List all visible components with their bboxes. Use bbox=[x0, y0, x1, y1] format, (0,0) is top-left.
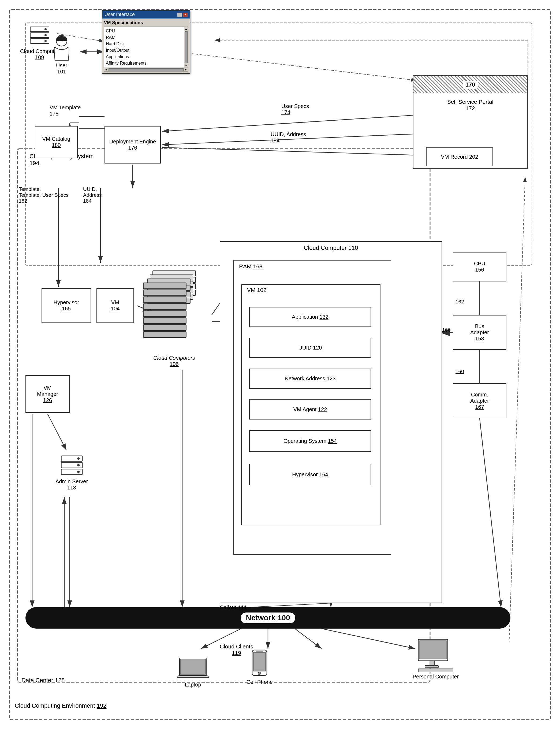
svg-line-37 bbox=[252, 603, 331, 607]
hypervisor-165-box: Hypervisor 165 bbox=[42, 288, 91, 323]
laptop-device: Laptop bbox=[177, 657, 209, 688]
uuid-address-left-label: UUID, Address 184 bbox=[83, 186, 102, 204]
scroll-down-arrow[interactable]: ▼ bbox=[185, 63, 188, 68]
spec-inputoutput: Input/Output bbox=[106, 47, 183, 54]
ram-label: RAM 168 bbox=[239, 263, 263, 270]
vm-manager-box: VM Manager 126 bbox=[25, 375, 70, 413]
vm-agent-box: VM Agent 122 bbox=[249, 400, 371, 420]
svg-point-48 bbox=[44, 40, 47, 42]
ssp-label: Self Service Portal 172 bbox=[413, 93, 527, 117]
application-box: Application 132 bbox=[249, 307, 371, 327]
personal-computer-device: Personal Computer bbox=[413, 638, 459, 680]
vm-record: VM Record 202 bbox=[426, 147, 493, 166]
svg-rect-77 bbox=[143, 331, 186, 337]
cloud-computers-stack: Cloud Computers 106 bbox=[137, 268, 212, 364]
svg-rect-73 bbox=[143, 304, 186, 309]
svg-rect-74 bbox=[143, 311, 186, 316]
data-center-label: Data Center 128 bbox=[21, 677, 65, 684]
spec-applications: Applications bbox=[106, 54, 183, 60]
admin-server: Admin Server 118 bbox=[47, 450, 96, 495]
svg-line-42 bbox=[509, 177, 525, 643]
svg-rect-70 bbox=[143, 283, 186, 289]
svg-line-13 bbox=[162, 115, 413, 131]
svg-rect-71 bbox=[143, 290, 186, 296]
scrollbar-horizontal[interactable]: ◄ ► bbox=[104, 68, 188, 72]
svg-rect-76 bbox=[143, 324, 186, 330]
dialog-body: VM Specifications CPU RAM Hard Disk Inpu… bbox=[102, 18, 190, 73]
svg-point-55 bbox=[77, 464, 80, 467]
close-button[interactable]: ✕ bbox=[183, 13, 188, 17]
ref-160-label: 160 bbox=[456, 369, 464, 375]
svg-point-82 bbox=[258, 672, 261, 675]
svg-point-46 bbox=[44, 34, 47, 36]
cpu-box: CPU 156 bbox=[453, 252, 506, 281]
uuid-box: UUID 120 bbox=[249, 338, 371, 358]
svg-rect-87 bbox=[425, 666, 438, 668]
vm-catalog: VM Catalog 180 bbox=[35, 126, 78, 158]
template-user-specs-label: Template, Template, User Specs 182 bbox=[19, 186, 69, 204]
spec-affinity: Affinity Requirements bbox=[106, 60, 183, 66]
svg-line-27 bbox=[48, 414, 66, 450]
svg-line-40 bbox=[295, 629, 322, 649]
vm-specs-list[interactable]: CPU RAM Hard Disk Input/Output Applicati… bbox=[104, 27, 188, 68]
svg-line-41 bbox=[322, 629, 415, 649]
svg-rect-75 bbox=[143, 317, 186, 323]
server-icon bbox=[29, 25, 50, 47]
svg-point-50 bbox=[59, 39, 61, 41]
svg-line-9 bbox=[192, 54, 417, 80]
vm102-label: VM 102 bbox=[247, 287, 266, 293]
cellphone-device: Cell Phone bbox=[247, 649, 273, 685]
scroll-up-arrow[interactable]: ▲ bbox=[185, 27, 188, 31]
callout-label: Callout 111 bbox=[220, 605, 247, 611]
cloud-computing-env-label: Cloud Computing Environment 192 bbox=[15, 702, 106, 709]
hypervisor-164-box: Hypervisor 164 bbox=[249, 464, 371, 485]
admin-server-icon bbox=[60, 454, 84, 479]
scroll-thumb[interactable] bbox=[185, 31, 188, 63]
svg-rect-83 bbox=[256, 651, 263, 652]
personal-computer-icon bbox=[417, 638, 454, 673]
spec-ram: RAM bbox=[106, 34, 183, 41]
scroll-right-arrow[interactable]: ► bbox=[184, 68, 188, 71]
laptop-icon bbox=[177, 657, 209, 681]
svg-line-14 bbox=[162, 147, 426, 155]
svg-point-57 bbox=[77, 471, 80, 473]
svg-rect-88 bbox=[418, 669, 453, 672]
spec-harddisk: Hard Disk bbox=[106, 41, 183, 47]
spec-cpu: CPU bbox=[106, 28, 183, 34]
cellphone-icon bbox=[251, 649, 268, 678]
vm-template-label: VM Template 178 bbox=[50, 104, 81, 117]
svg-point-44 bbox=[44, 28, 47, 30]
cloud-computer-110-label: Cloud Computer 110 bbox=[304, 244, 358, 251]
scrollbar-vertical[interactable]: ▲ ▼ bbox=[184, 27, 188, 68]
bus-adapter-box: Bus Adapter 158 bbox=[453, 315, 506, 350]
user-specs-label: User Specs 174 bbox=[281, 103, 309, 115]
diagram-container: Cloud Computing Environment 192 Data Cen… bbox=[0, 0, 560, 735]
ref-166-label: 166 bbox=[442, 327, 451, 333]
uuid-address-top-label: UUID, Address 184 bbox=[271, 131, 306, 144]
network-address-box: Network Address 123 bbox=[249, 369, 371, 389]
ssp-hatched-header: 170 bbox=[413, 76, 527, 93]
vm-specs-title: VM Specifications bbox=[104, 20, 188, 25]
network-bar: Network 100 bbox=[25, 607, 510, 629]
comm-adapter-box: Comm. Adapter 167 bbox=[453, 383, 506, 418]
deployment-engine: Deployment Engine 176 bbox=[104, 126, 161, 163]
svg-rect-79 bbox=[180, 659, 206, 674]
svg-rect-72 bbox=[143, 297, 186, 302]
svg-line-33 bbox=[480, 418, 501, 607]
vm104-box: VM 104 bbox=[96, 288, 134, 323]
cloud-computers-stack-icon bbox=[137, 268, 212, 364]
user-figure: User 101 bbox=[50, 35, 74, 75]
user-interface-dialog[interactable]: User Interface _ ✕ VM Specifications CPU… bbox=[102, 10, 190, 74]
dialog-title-bar: User Interface _ ✕ bbox=[102, 11, 190, 18]
operating-system-box: Operating System 154 bbox=[249, 430, 371, 452]
scroll-left-arrow[interactable]: ◄ bbox=[104, 68, 108, 71]
svg-point-51 bbox=[63, 39, 64, 41]
svg-rect-81 bbox=[253, 652, 266, 671]
ref-162-label: 162 bbox=[456, 299, 464, 305]
svg-rect-85 bbox=[420, 641, 446, 659]
user-icon bbox=[50, 35, 74, 62]
scroll-hthumb[interactable] bbox=[109, 68, 184, 71]
svg-point-53 bbox=[77, 457, 80, 460]
minimize-button[interactable]: _ bbox=[177, 13, 182, 17]
dialog-controls[interactable]: _ ✕ bbox=[177, 13, 188, 17]
